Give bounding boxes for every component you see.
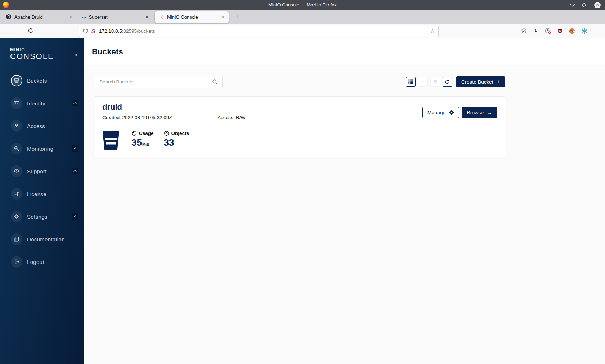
tab-close-icon[interactable]: × (221, 14, 226, 20)
sidebar: MINIO CONSOLE ‹ Buckets (0, 38, 84, 364)
cookie-extension-icon[interactable] (569, 28, 575, 35)
bucket-card: druid Created: 2022-08-19T05:32:09Z Acce… (95, 96, 505, 158)
refresh-button[interactable] (443, 77, 452, 87)
sidebar-item-monitoring[interactable]: Monitoring (0, 140, 84, 157)
page-header: Buckets (84, 38, 605, 65)
objects-metric: Objects 33 (164, 131, 189, 147)
delete-buckets-button (430, 77, 440, 87)
tab-label: MinIO Console (167, 14, 221, 20)
browse-button[interactable]: Browse → (462, 107, 497, 118)
minio-logo: MINIO CONSOLE ‹ (0, 38, 84, 61)
sidebar-collapse-icon[interactable]: ‹ (75, 51, 77, 58)
ublock-origin-icon[interactable]: uO (557, 28, 563, 35)
window-title: MinIO Console — Mozilla Firefox (0, 2, 605, 8)
window-minimize-icon[interactable] (570, 2, 575, 7)
usage-value: 35 (131, 138, 142, 147)
manage-label: Manage (427, 110, 446, 115)
tab-close-icon[interactable]: × (68, 14, 73, 20)
support-diagnostics-icon (11, 165, 22, 177)
sidebar-item-identity[interactable]: Identity (0, 95, 84, 112)
sidebar-item-buckets[interactable]: Buckets (0, 72, 84, 89)
sidebar-item-documentation[interactable]: Documentation (0, 231, 84, 247)
svg-text:uO: uO (558, 29, 561, 32)
grid-view-button[interactable] (406, 77, 416, 87)
gear-icon (11, 211, 22, 222)
main-area: Buckets (84, 38, 605, 364)
sidebar-item-access[interactable]: Access (0, 118, 84, 134)
extension-disabled-icon[interactable] (544, 28, 551, 35)
create-bucket-button[interactable]: Create Bucket + (456, 76, 505, 87)
chevron-up-icon[interactable] (72, 100, 78, 106)
buckets-toolbar: Create Bucket + (95, 76, 505, 88)
search-icon (212, 79, 218, 85)
chevron-up-icon[interactable] (72, 145, 78, 152)
reload-button[interactable] (25, 28, 36, 35)
url-bar[interactable]: 172.18.0.5 :32595/buckets ☆ (79, 26, 439, 37)
usage-label: Usage (139, 131, 154, 136)
usage-unit: MiB (142, 142, 149, 146)
sidebar-item-license[interactable]: License (0, 186, 84, 202)
sidebar-item-label: Identity (27, 100, 45, 106)
documentation-pages-icon (11, 233, 22, 245)
downloads-icon[interactable] (533, 28, 539, 35)
logo-brand-light: IO (20, 47, 26, 53)
window-close-button[interactable]: × (594, 2, 601, 8)
page-content: Create Bucket + druid Created: 2022-08-1… (84, 65, 605, 158)
chevron-up-icon[interactable] (72, 168, 78, 174)
new-tab-button[interactable]: + (232, 13, 242, 22)
window-maximize-icon[interactable] (582, 3, 586, 7)
tab-label: Superset (89, 14, 144, 20)
url-host: 172.18.0.5 (99, 28, 122, 34)
objects-value: 33 (164, 138, 174, 147)
sidebar-item-label: Settings (27, 214, 48, 220)
tab-close-icon[interactable]: × (144, 14, 149, 20)
card-divider (102, 126, 497, 126)
shield-check-icon[interactable] (521, 28, 527, 35)
sidebar-item-settings[interactable]: Settings (0, 208, 84, 225)
reload-icon (28, 28, 33, 33)
window-titlebar: MinIO Console — Mozilla Firefox × (0, 0, 605, 10)
sidebar-item-support[interactable]: Support (0, 163, 84, 179)
grid-dots-icon (408, 79, 413, 84)
sidebar-menu: Buckets Identity (0, 72, 84, 303)
manage-button[interactable]: Manage (422, 107, 460, 118)
menu-hamburger-icon[interactable] (596, 29, 601, 33)
tab-minio-console[interactable]: MinIO Console × (155, 11, 229, 23)
sidebar-item-label: License (27, 191, 46, 197)
druid-icon (6, 14, 12, 20)
tab-label: Apache Druid (14, 14, 68, 20)
bucket-icon (11, 75, 22, 86)
sidebar-item-label: Documentation (27, 236, 65, 242)
arrow-right-icon: → (487, 110, 492, 115)
colorful-asterisk-extension-icon[interactable] (581, 28, 588, 35)
page-title: Buckets (92, 47, 123, 56)
forward-button[interactable]: → (14, 28, 25, 35)
sidebar-item-label: Buckets (27, 78, 47, 84)
back-button[interactable]: ← (4, 28, 14, 35)
bucket-large-icon (102, 131, 120, 151)
bucket-access: Access: R/W (218, 115, 245, 120)
sidebar-item-label: Access (27, 123, 45, 129)
tab-apache-druid[interactable]: Apache Druid × (2, 11, 76, 23)
logo-product: CONSOLE (10, 52, 84, 61)
usage-pie-icon (131, 131, 137, 136)
flamingo-icon (158, 14, 164, 20)
sidebar-item-label: Support (27, 168, 47, 174)
sidebar-item-logout[interactable]: Logout (0, 254, 84, 270)
lightning-icon (421, 79, 425, 84)
tab-superset[interactable]: ∞ Superset × (79, 11, 152, 23)
sidebar-item-label: Monitoring (27, 146, 53, 152)
chevron-up-icon[interactable] (72, 213, 78, 220)
bookmark-star-icon[interactable]: ☆ (430, 28, 435, 35)
search-box[interactable] (95, 76, 223, 88)
bucket-delete-icon (433, 79, 438, 84)
usage-metric: Usage 35 MiB (131, 131, 154, 147)
license-document-icon (11, 188, 22, 200)
monitoring-magnifier-icon (11, 143, 22, 154)
lock-icon (11, 120, 22, 132)
bucket-name[interactable]: druid (102, 103, 245, 112)
shield-permissions-icon (82, 28, 88, 34)
search-input[interactable] (99, 79, 212, 85)
insecure-lock-icon (90, 28, 96, 34)
plus-icon: + (497, 79, 500, 85)
